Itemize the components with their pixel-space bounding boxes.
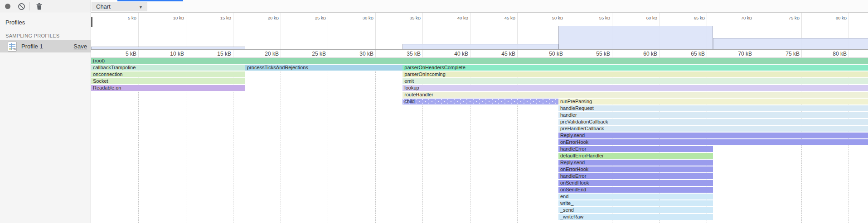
- gridline: [138, 13, 139, 57]
- overview-step: [713, 38, 868, 49]
- flame-bar[interactable]: preHandlerCallback: [558, 126, 868, 132]
- flame-bar[interactable]: onSendHook: [558, 180, 713, 186]
- flame-bar-label: parserOnHeadersComplete: [402, 65, 868, 71]
- flame-bar-label: onSendHook: [558, 180, 713, 186]
- clear-button[interactable]: [15, 1, 27, 12]
- sidebar-title: Profiles: [5, 19, 25, 26]
- flame-bar[interactable]: runPreParsing: [558, 99, 868, 104]
- flame-bar[interactable]: processTicksAndRejections: [245, 65, 402, 71]
- flame-bar[interactable]: (root): [91, 58, 868, 64]
- view-mode-select[interactable]: Chart ▼: [92, 2, 147, 11]
- flame-bar[interactable]: Readable.on: [91, 85, 245, 91]
- ruler-tick-label: 45 kB: [501, 51, 517, 57]
- flame-bar[interactable]: lookup: [402, 85, 868, 91]
- flame-bar-label: _send: [558, 207, 713, 213]
- ruler-tick-label: 30 kB: [359, 51, 375, 57]
- chevron-down-icon: ▼: [139, 5, 143, 9]
- flame-bar[interactable]: end: [558, 194, 713, 199]
- flame-bar[interactable]: routeHandler: [402, 92, 868, 98]
- gridline: [754, 13, 754, 57]
- ruler-tick-label: 15 kB: [220, 15, 233, 20]
- overview-drag-handle[interactable]: [91, 17, 92, 27]
- flame-bar[interactable]: preValidationCallback: [558, 119, 868, 125]
- profile-name: Profile 1: [21, 43, 43, 50]
- flame-bar[interactable]: parserOnHeadersComplete: [402, 65, 868, 71]
- flame-bar-label: lookup: [402, 85, 868, 91]
- flame-bar[interactable]: child: [402, 99, 558, 104]
- flame-bar-label: handler: [558, 112, 868, 118]
- flame-bar[interactable]: handler: [558, 112, 868, 118]
- flame-bar-label: Socket: [91, 78, 245, 84]
- overview-step: [558, 26, 713, 49]
- view-mode-value: Chart: [92, 3, 111, 10]
- flame-bar-label: handleError: [558, 173, 713, 179]
- gridline: [517, 13, 518, 57]
- profiles-sidebar: Profiles SAMPLING PROFILES % Profile 1 S…: [0, 13, 91, 223]
- sampling-profiles-heading: SAMPLING PROFILES: [5, 33, 59, 38]
- ruler-tick-label: 35 kB: [407, 51, 422, 57]
- toolbar: Chart ▼: [0, 0, 868, 13]
- ruler-tick-label: 10 kB: [173, 15, 186, 20]
- flame-bar[interactable]: callbackTrampoline: [91, 65, 245, 71]
- flame-bar-label: Reply.send: [558, 133, 868, 138]
- ruler-tick-label: 75 kB: [786, 51, 801, 57]
- flame-bar[interactable]: Reply.send: [558, 133, 868, 138]
- ruler-tick-label: 5 kB: [126, 51, 138, 57]
- ruler-tick-label: 25 kB: [315, 15, 328, 20]
- ruler-tick-label: 5 kB: [128, 15, 138, 20]
- flame-bar[interactable]: onSendEnd: [558, 187, 713, 193]
- flame-bar-label: callbackTrampoline: [91, 65, 245, 71]
- flame-bar-label: preHandlerCallback: [558, 126, 868, 132]
- ruler-tick-label: 15 kB: [217, 51, 233, 57]
- flame-bar-label: onErrorHook: [558, 166, 713, 172]
- flame-bar[interactable]: handleRequest: [558, 105, 868, 111]
- flame-bar[interactable]: parserOnIncoming: [402, 71, 868, 77]
- flame-bar-label: routeHandler: [402, 92, 868, 98]
- ruler-tick-label: 20 kB: [265, 51, 281, 57]
- flame-bar[interactable]: defaultErrorHandler: [558, 153, 713, 159]
- flame-bar[interactable]: _writeRaw: [558, 214, 713, 220]
- flame-bar[interactable]: onconnection: [91, 71, 245, 77]
- gridline: [281, 13, 281, 57]
- gridline: [186, 13, 186, 57]
- flame-bar-label: (root): [91, 58, 868, 64]
- flame-bar[interactable]: _send: [558, 207, 713, 213]
- gridline: [281, 58, 281, 223]
- ruler-tick-label: 45 kB: [504, 15, 517, 20]
- save-link[interactable]: Save: [73, 43, 87, 50]
- flame-bar[interactable]: onErrorHook: [558, 139, 868, 145]
- ruler-tick-label: 10 kB: [170, 51, 186, 57]
- delete-profile-button[interactable]: [33, 1, 45, 12]
- sidebar-item-profile-1[interactable]: % Profile 1 Save: [0, 40, 91, 52]
- flame-bar[interactable]: Reply.send: [558, 160, 713, 166]
- toolbar-separator: [29, 2, 29, 10]
- ruler-tick-label: 75 kB: [789, 15, 801, 20]
- flame-bar[interactable]: handleError: [558, 173, 713, 179]
- ruler-tick-label: 80 kB: [833, 51, 849, 57]
- ruler-tick-label: 55 kB: [596, 51, 612, 57]
- flame-bar-label: defaultErrorHandler: [558, 153, 713, 159]
- flame-bar[interactable]: emit: [402, 78, 868, 84]
- flame-bar-label: onErrorHook: [558, 139, 868, 145]
- flame-bar-label: runPreParsing: [558, 99, 868, 104]
- record-button[interactable]: [2, 1, 14, 12]
- profiler-panel: Chart ▼ Profiles SAMPLING PROFILES % Pro…: [0, 0, 868, 223]
- flame-bar-label: Readable.on: [91, 85, 245, 91]
- overview-step: [402, 44, 558, 49]
- ruler-tick-label: 55 kB: [599, 15, 612, 20]
- overview-separator: [91, 49, 868, 50]
- flame-bar-label: handleError: [558, 146, 713, 152]
- ruler-tick-label: 80 kB: [836, 15, 849, 20]
- flame-bar[interactable]: write_: [558, 200, 713, 206]
- flame-bar[interactable]: Socket: [91, 78, 245, 84]
- flame-bar[interactable]: onErrorHook: [558, 166, 713, 172]
- ruler-tick-label: 30 kB: [363, 15, 375, 20]
- ruler-tick-label: 70 kB: [738, 51, 754, 57]
- block-icon: [18, 3, 25, 10]
- heap-profile-icon: %: [8, 42, 17, 52]
- flame-bar-label: parserOnIncoming: [402, 71, 868, 77]
- profiles-toolbar: [0, 0, 91, 13]
- gridline: [375, 13, 376, 57]
- record-icon: [4, 3, 11, 10]
- flame-bar[interactable]: handleError: [558, 146, 713, 152]
